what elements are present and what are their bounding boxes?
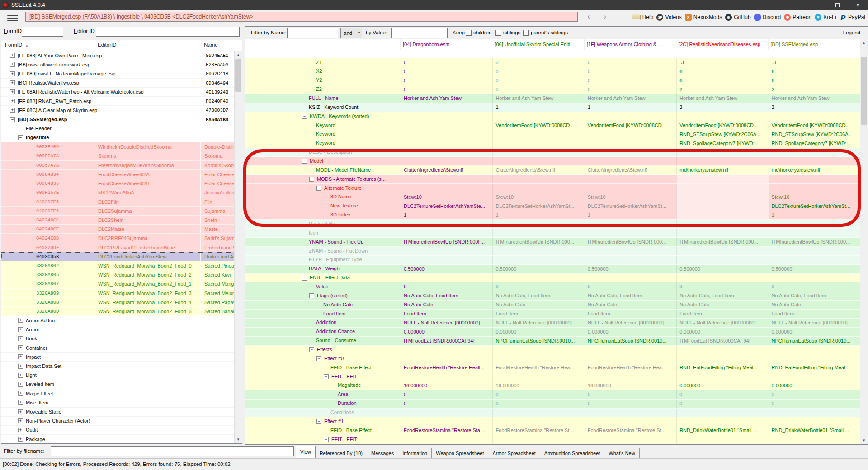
grid-cell[interactable]: Food Item	[676, 310, 768, 318]
grid-row[interactable]: Conditions	[245, 409, 868, 418]
grid-cell[interactable]	[401, 184, 492, 193]
tree-record-row[interactable]: 3320A80DWSN_Redguard_Morwha_Boon2_Food_5…	[1, 307, 234, 316]
tree-plugin-row[interactable]: +[FE 08A] RealisticWaterTwo - Alt Volcan…	[1, 88, 234, 97]
tree-scrollbar[interactable]: ▲ ▼	[234, 51, 242, 443]
grid-cell[interactable]	[676, 435, 768, 444]
grid-row[interactable]: KSIZ - Keyword Count1133	[245, 103, 868, 112]
collapse-icon[interactable]: −	[324, 374, 329, 379]
filter-operator-select[interactable]: and▾	[340, 28, 362, 38]
grid-cell[interactable]: Stew:10	[769, 193, 860, 202]
grid-cell[interactable]: 0	[492, 58, 584, 67]
expand-icon[interactable]: +	[10, 89, 15, 94]
grid-cell[interactable]	[676, 211, 768, 220]
grid-cell[interactable]: 0	[769, 390, 860, 399]
grid-column-header[interactable]: [04] Dragonborn.esm	[401, 39, 492, 50]
grid-cell[interactable]	[492, 256, 584, 264]
legend-link[interactable]: Legend	[843, 30, 860, 35]
grid-cell[interactable]: NULL - Null Reference [00000000]	[492, 319, 584, 327]
grid-cell[interactable]: NULL - Null Reference [00000000]	[401, 319, 492, 327]
collapse-icon[interactable]: −	[309, 177, 314, 182]
tree-record-row[interactable]: 3320A802WSN_Redguard_Morwha_Boon2_Food_0…	[1, 261, 234, 270]
grid-cell[interactable]: 0	[492, 67, 584, 76]
grid-cell[interactable]: rnd\horkeryamstew.nif	[769, 166, 860, 174]
grid-cell[interactable]: 6	[676, 76, 768, 85]
grid-cell[interactable]: NPCHumanEatSoup [SNDR:0010...	[769, 337, 860, 345]
grid-cell[interactable]: Horker and Ash Yam Stew	[401, 94, 492, 103]
grid-cell[interactable]	[492, 139, 584, 148]
tree-category-row[interactable]: +Misc. Item	[1, 398, 234, 407]
grid-cell[interactable]	[585, 220, 676, 228]
grid-cell[interactable]	[401, 229, 492, 237]
grid-row[interactable]: −Alternate Texture	[245, 184, 868, 193]
grid-cell[interactable]	[492, 409, 584, 417]
grid-cell[interactable]: Horker and Ash Yam Stew	[769, 94, 860, 103]
column-header-formid[interactable]: FormID▲	[1, 40, 94, 51]
grid-cell[interactable]	[585, 139, 676, 148]
tree-category-row[interactable]: +Non-Player Character (Actor)	[1, 417, 234, 426]
grid-row[interactable]: YNAM - Sound - Pick UpITMIngredientBowlU…	[245, 238, 868, 247]
grid-cell[interactable]: VendorItemFood [KYWD:0008CD...	[676, 121, 768, 130]
toolbar-link-patreon[interactable]: Patreon	[784, 14, 811, 21]
scroll-down-icon[interactable]: ▼	[860, 437, 868, 444]
grid-cell[interactable]	[676, 193, 768, 202]
grid-cell[interactable]: FoodRestoreStamina "Restore St...	[585, 426, 676, 435]
grid-row[interactable]: Destructible	[245, 220, 868, 229]
grid-cell[interactable]: 0	[401, 76, 492, 85]
tree-node-row[interactable]: −Ingestible	[1, 133, 234, 142]
grid-cell[interactable]	[401, 220, 492, 228]
grid-cell[interactable]: 0.500000	[585, 265, 676, 273]
grid-cell[interactable]	[401, 274, 492, 282]
grid-cell[interactable]: 9	[676, 282, 768, 291]
column-header-name[interactable]: Name	[200, 40, 242, 51]
grid-cell[interactable]	[401, 409, 492, 417]
grid-cell[interactable]	[769, 354, 860, 363]
grid-cell[interactable]	[585, 409, 676, 417]
grid-row[interactable]: KeywordRND_STSoupStew [KYWD:2C06A...RND_…	[245, 130, 868, 139]
grid-cell[interactable]	[585, 157, 676, 165]
grid-cell[interactable]	[585, 184, 676, 193]
grid-cell[interactable]	[676, 247, 768, 255]
grid-cell[interactable]	[585, 112, 676, 121]
grid-cell[interactable]: 0	[676, 400, 768, 408]
grid-cell[interactable]: No Auto-Calc, Food Item	[585, 291, 676, 300]
grid-cell[interactable]: 0.500000	[492, 265, 584, 273]
grid-cell[interactable]	[769, 157, 860, 165]
grid-cell[interactable]: RND_STSoupStew [KYWD:2C06A...	[769, 130, 860, 139]
toolbar-link-ko-fi[interactable]: ♥Ko-Fi	[815, 14, 836, 21]
maximize-button[interactable]	[827, 0, 848, 10]
grid-row[interactable]: Food ItemFood ItemFood ItemFood ItemFood…	[245, 310, 868, 319]
grid-cell[interactable]	[401, 247, 492, 255]
collapse-icon[interactable]: −	[302, 159, 307, 164]
grid-cell[interactable]: Horker and Ash Yam Stew	[492, 94, 584, 103]
keep-parents-siblings-checkbox[interactable]	[523, 30, 529, 36]
tree-plugin-row[interactable]: +[BB] nwsFollowerFramework.espF28FAA5A	[1, 60, 234, 69]
grid-cell[interactable]	[676, 202, 768, 211]
grid-cell[interactable]	[769, 184, 860, 193]
grid-cell[interactable]: FoodRestoreStamina "Restore Sta...	[401, 426, 492, 435]
grid-cell[interactable]: 0.000000	[769, 328, 860, 336]
grid-cell[interactable]	[492, 229, 584, 237]
grid-cell[interactable]: FoodRestoreStamina "Restore St...	[492, 426, 584, 435]
grid-cell[interactable]: 0	[492, 400, 584, 408]
grid-cell[interactable]	[769, 256, 860, 264]
tree-record-row[interactable]: 040248CCDLC2SheinShein	[1, 216, 234, 225]
tree-record-row[interactable]: 00064B36FoodCheeseWheel02BEidar Cheese S…	[1, 179, 234, 188]
expand-icon[interactable]: +	[10, 53, 15, 58]
tree-plugin-row[interactable]: +[FE 08C] A Clear Map of Skyrim.esp47300…	[1, 106, 234, 115]
grid-cell[interactable]	[676, 175, 768, 183]
tab-what-s-new[interactable]: What's New	[604, 448, 639, 458]
grid-row[interactable]: No Auto-CalcNo Auto-CalcNo Auto-CalcNo A…	[245, 301, 868, 310]
grid-cell[interactable]	[401, 103, 492, 112]
grid-row[interactable]: Addiction Chance0.0000000.0000000.000000…	[245, 328, 868, 337]
grid-cell[interactable]: 0	[492, 76, 584, 85]
grid-cell[interactable]: 2	[769, 85, 860, 94]
tab-information[interactable]: Information	[398, 448, 432, 458]
menu-icon[interactable]	[5, 12, 21, 22]
grid-column-header[interactable]: [1F] Weapons Armor Clothing & ...	[585, 39, 676, 50]
grid-cell[interactable]: -3	[676, 58, 768, 67]
grid-cell[interactable]	[401, 148, 492, 157]
grid-cell[interactable]	[401, 157, 492, 165]
grid-cell[interactable]	[585, 274, 676, 282]
grid-row[interactable]: Z200022	[245, 85, 868, 94]
grid-cell[interactable]: NPCHumanEatSoup [SNDR:0010...	[585, 337, 676, 345]
